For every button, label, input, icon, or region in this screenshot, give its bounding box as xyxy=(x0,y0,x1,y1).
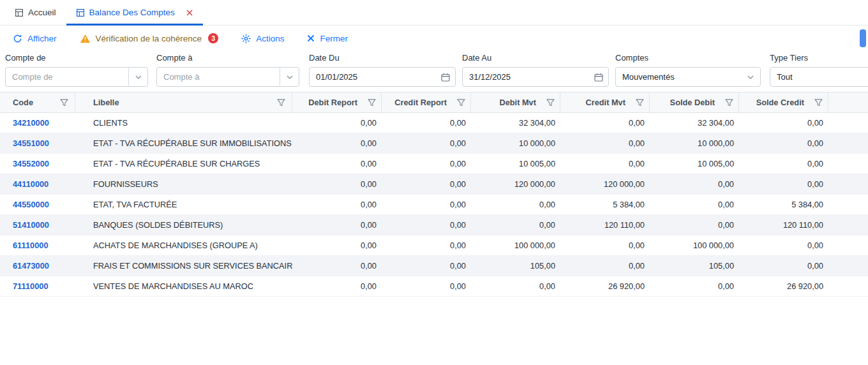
amount-cell: 0,00 xyxy=(739,235,828,255)
account-code-link[interactable]: 34552000 xyxy=(0,154,75,174)
verification-coherence-button[interactable]: Vérification de la cohérence 3 xyxy=(80,33,219,43)
compte-a-placeholder: Compte à xyxy=(157,72,280,82)
amount-cell: 0,00 xyxy=(560,113,650,133)
table-row[interactable]: 51410000BANQUES (SOLDES DÉBITEURS)0,000,… xyxy=(0,215,868,235)
table-row[interactable]: 44550000ETAT, TVA FACTURÉE0,000,000,005 … xyxy=(0,195,868,215)
tab-bar: Accueil Balance Des Comptes xyxy=(0,0,868,26)
account-label: ETAT, TVA FACTURÉE xyxy=(75,195,292,214)
toolbar: Afficher Vérification de la cohérence 3 … xyxy=(0,26,868,51)
date-du-field xyxy=(309,67,456,87)
column-header-credit-report[interactable]: Credit Report xyxy=(382,93,471,112)
chevron-down-icon[interactable] xyxy=(741,68,760,86)
amount-cell: 26 920,00 xyxy=(560,276,650,296)
actions-button[interactable]: Actions xyxy=(241,34,284,43)
table-row[interactable]: 44110000FOURNISSEURS0,000,00120 000,0012… xyxy=(0,174,868,195)
refresh-icon xyxy=(13,34,22,43)
amount-cell: 0,00 xyxy=(650,215,739,235)
calendar-icon[interactable] xyxy=(436,73,455,82)
afficher-button[interactable]: Afficher xyxy=(13,34,57,43)
column-label: Debit Mvt xyxy=(499,98,536,107)
tab-balance-des-comptes[interactable]: Balance Des Comptes xyxy=(66,0,203,25)
amount-cell: 5 384,00 xyxy=(560,195,650,214)
type-tiers-select[interactable]: Tout xyxy=(770,67,868,87)
compte-a-select[interactable]: Compte à xyxy=(156,67,299,87)
date-au-input[interactable] xyxy=(463,72,589,82)
tab-close-icon[interactable] xyxy=(186,10,193,16)
amount-cell: 0,00 xyxy=(292,215,382,235)
tab-accueil[interactable]: Accueil xyxy=(5,0,66,25)
warning-triangle-icon xyxy=(80,34,91,43)
account-code-link[interactable]: 51410000 xyxy=(0,215,75,235)
amount-cell: 0,00 xyxy=(560,235,650,255)
amount-cell: 0,00 xyxy=(471,215,560,235)
filter-comptes: Comptes Mouvementés xyxy=(615,53,761,87)
amount-cell: 0,00 xyxy=(739,154,828,174)
row-filler xyxy=(828,113,868,133)
filter-funnel-icon[interactable] xyxy=(814,99,823,107)
account-code-link[interactable]: 61473000 xyxy=(0,256,75,276)
row-filler xyxy=(828,174,868,194)
column-header-solde-credit[interactable]: Solde Credit xyxy=(739,93,828,112)
grid-body: 34210000CLIENTS0,000,0032 304,000,0032 3… xyxy=(0,113,868,297)
account-code-link[interactable]: 44550000 xyxy=(0,195,75,214)
chevron-down-icon[interactable] xyxy=(280,68,299,86)
amount-cell: 26 920,00 xyxy=(739,276,828,296)
row-filler xyxy=(828,154,868,174)
column-header-debit-report[interactable]: Debit Report xyxy=(292,93,382,112)
filter-funnel-icon[interactable] xyxy=(636,99,644,107)
amount-cell: 105,00 xyxy=(650,256,739,276)
fermer-label: Fermer xyxy=(320,34,348,43)
account-code-link[interactable]: 61110000 xyxy=(0,235,75,255)
table-row[interactable]: 34551000ETAT - TVA RÉCUPÉRABLE SUR IMMOB… xyxy=(0,133,868,154)
amount-cell: 0,00 xyxy=(560,154,650,174)
account-code-link[interactable]: 34210000 xyxy=(0,113,75,133)
amount-cell: 0,00 xyxy=(292,235,382,255)
table-row[interactable]: 61110000ACHATS DE MARCHANDISES (GROUPE A… xyxy=(0,235,868,256)
filter-funnel-icon[interactable] xyxy=(457,99,465,107)
amount-cell: 0,00 xyxy=(292,195,382,214)
fermer-button[interactable]: Fermer xyxy=(307,34,348,43)
amount-cell: 0,00 xyxy=(292,154,382,174)
chevron-down-icon[interactable] xyxy=(128,68,147,86)
table-row[interactable]: 61473000FRAIS ET COMMISSIONS SUR SERVICE… xyxy=(0,256,868,276)
column-label: Credit Mvt xyxy=(585,98,625,107)
account-label: ACHATS DE MARCHANDISES (GROUPE A) xyxy=(75,235,292,255)
filter-funnel-icon[interactable] xyxy=(277,99,285,107)
table-row[interactable]: 34210000CLIENTS0,000,0032 304,000,0032 3… xyxy=(0,113,868,133)
actions-label: Actions xyxy=(256,34,284,43)
amount-cell: 0,00 xyxy=(382,256,471,276)
account-code-link[interactable]: 44110000 xyxy=(0,174,75,194)
column-header-debit-mvt[interactable]: Debit Mvt xyxy=(471,93,560,112)
amount-cell: 0,00 xyxy=(382,154,471,174)
account-code-link[interactable]: 71110000 xyxy=(0,276,75,296)
column-header-libelle[interactable]: Libelle xyxy=(75,93,292,112)
table-row[interactable]: 34552000ETAT - TVA RÉCUPÉRABLE SUR CHARG… xyxy=(0,154,868,174)
filter-funnel-icon[interactable] xyxy=(725,99,733,107)
column-header-code[interactable]: Code xyxy=(0,93,75,112)
column-header-credit-mvt[interactable]: Credit Mvt xyxy=(560,93,650,112)
amount-cell: 0,00 xyxy=(650,276,739,296)
comptes-select[interactable]: Mouvementés xyxy=(615,67,761,87)
filter-funnel-icon[interactable] xyxy=(546,99,555,107)
date-du-input[interactable] xyxy=(310,72,436,82)
column-label: Code xyxy=(13,98,33,107)
filter-funnel-icon[interactable] xyxy=(368,99,376,107)
vertical-scrollbar-thumb[interactable] xyxy=(860,29,866,47)
balance-grid: CodeLibelleDebit ReportCredit ReportDebi… xyxy=(0,92,868,297)
amount-cell: 0,00 xyxy=(471,276,560,296)
account-label: FOURNISSEURS xyxy=(75,174,292,194)
amount-cell: 120 000,00 xyxy=(471,174,560,194)
calendar-icon[interactable] xyxy=(589,73,608,82)
column-header-solde-debit[interactable]: Solde Debit xyxy=(650,93,739,112)
amount-cell: 0,00 xyxy=(739,256,828,276)
table-row[interactable]: 71110000VENTES DE MARCHANDISES AU MAROC0… xyxy=(0,276,868,297)
amount-cell: 0,00 xyxy=(292,174,382,194)
compte-de-select[interactable]: Compte de xyxy=(5,67,148,87)
date-au-field xyxy=(462,67,609,87)
comptes-value: Mouvementés xyxy=(616,72,741,82)
column-label: Solde Debit xyxy=(670,98,715,107)
amount-cell: 10 000,00 xyxy=(471,133,560,153)
account-code-link[interactable]: 34551000 xyxy=(0,133,75,153)
filter-funnel-icon[interactable] xyxy=(60,99,68,107)
row-filler xyxy=(828,256,868,276)
